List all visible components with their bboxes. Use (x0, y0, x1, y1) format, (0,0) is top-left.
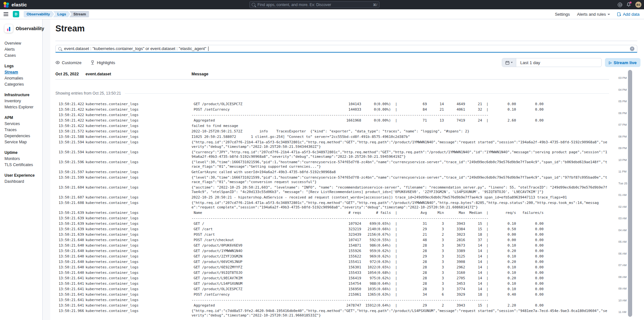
sidebar-item-services[interactable]: Services (4, 121, 38, 127)
log-row[interactable]: 13:50:21.641kubernetes.container_logs GE… (59, 282, 614, 286)
settings-link[interactable]: Settings (555, 12, 570, 17)
log-timestamp: 13:50:21.572 (59, 129, 86, 134)
log-row[interactable]: 13:50:21.639kubernetes.container_logs GE… (59, 222, 614, 226)
log-row[interactable]: 13:50:21.599kubernetes.container_logs{"l… (59, 175, 614, 184)
log-message: GET /product/2ZYFJ3GM2N 155622 969(0.62%… (192, 254, 608, 259)
log-row[interactable]: 13:50:21.641kubernetes.container_logs---… (59, 298, 614, 302)
breadcrumb-item-observability[interactable]: Observability (24, 11, 54, 17)
sidebar-item-dashboard[interactable]: Dashboard (4, 179, 38, 185)
sidebar-item-stream[interactable]: Stream (4, 69, 38, 75)
log-row[interactable]: 13:50:21.608kubernetes.container_logs{"h… (59, 201, 614, 210)
log-row[interactable]: 13:50:21.640kubernetes.container_logs GE… (59, 243, 614, 248)
sidebar-item-monitors[interactable]: Monitors (4, 156, 38, 162)
date-range-value[interactable]: Last 1 day (516, 60, 544, 65)
log-row[interactable]: 13:50:21.422kubernetes.container_logs---… (59, 113, 614, 117)
log-row[interactable]: 13:50:21.422kubernetes.container_logs GE… (59, 102, 614, 106)
log-row[interactable]: 13:50:21.641kubernetes.container_logs Ag… (59, 303, 614, 308)
global-search[interactable]: ⌘/ (249, 1, 379, 8)
log-row[interactable]: 13:50:21.607kubernetes.container_logs202… (59, 195, 614, 200)
log-dataset: kubernetes.container_logs (86, 309, 192, 313)
sidebar-item-tls-certificates[interactable]: TLS Certificates (4, 162, 38, 168)
sidebar-item-cases[interactable]: Cases (4, 53, 38, 59)
alerts-and-rules-menu[interactable]: Alerts and rules (577, 12, 610, 17)
log-timestamp: 13:50:21.594 (59, 140, 86, 145)
log-timestamp: 13:50:21.608 (59, 201, 86, 205)
log-row[interactable]: 13:50:21.641kubernetes.container_logs PO… (59, 292, 614, 297)
log-message: {"level":30,"time":1666731021599,"pid":1… (192, 175, 608, 184)
log-dataset: kubernetes.container_logs (86, 222, 192, 226)
sidebar-item-categories[interactable]: Categories (4, 81, 38, 88)
log-row[interactable]: 13:50:21.641kubernetes.container_logs GE… (59, 287, 614, 291)
log-row[interactable]: 13:50:21.639kubernetes.container_logs GE… (59, 227, 614, 232)
log-row[interactable]: 13:50:21.596kubernetes.container_logs{"l… (59, 160, 614, 169)
add-data-button[interactable]: Add data (617, 12, 640, 17)
settings-label: Settings (555, 12, 570, 17)
customize-button[interactable]: Customize (55, 60, 81, 65)
log-timestamp: 13:50:21.640 (59, 243, 86, 248)
log-row[interactable]: 13:50:21.641kubernetes.container_logs GE… (59, 276, 614, 281)
log-dataset: kubernetes.container_logs (86, 170, 192, 174)
clear-search-icon[interactable]: × (630, 46, 634, 51)
scrollbar[interactable] (628, 70, 632, 317)
log-row[interactable]: 13:50:21.639kubernetes.container_logs Na… (59, 211, 614, 215)
elastic-logo[interactable]: elastic (0, 2, 27, 8)
log-row[interactable]: 13:50:21.640kubernetes.container_logs GE… (59, 249, 614, 253)
logo-text: elastic (12, 2, 27, 7)
log-timestamp: 13:50:21.599 (59, 175, 86, 180)
sidebar-item-alerts[interactable]: Alerts (4, 46, 38, 53)
stream-live-button[interactable]: ▷ Stream live (605, 58, 640, 67)
log-row[interactable]: 13:50:21.640kubernetes.container_logs GE… (59, 254, 614, 259)
log-row[interactable]: 13:50:21.422kubernetes.container_logs Ag… (59, 118, 614, 123)
log-timestamp: 13:50:21.607 (59, 195, 86, 200)
log-timestamp: 13:50:21.639 (59, 216, 86, 221)
log-row[interactable]: 13:50:21.640kubernetes.container_logs PO… (59, 238, 614, 242)
log-row[interactable]: 13:50:21.422kubernetes.container_logs PO… (59, 107, 614, 112)
log-row[interactable]: 13:50:21.639kubernetes.container_logs---… (59, 216, 614, 221)
space-badge[interactable]: D (13, 11, 19, 17)
log-message: {"http.req.id":"207cd7f6-21b4-471a-a5f3-… (192, 201, 608, 210)
log-message: POST /cart 323439 2156(0.67%) | 21 2 302… (192, 232, 608, 237)
log-row[interactable]: 13:50:21.597kubernetes.container_logsGet… (59, 170, 614, 174)
global-search-input[interactable] (257, 3, 371, 7)
log-row[interactable]: 13:50:21.588kubernetes.container_logsI10… (59, 135, 614, 139)
log-dataset: kubernetes.container_logs (86, 195, 192, 200)
breadcrumb-item-logs[interactable]: Logs (53, 11, 70, 17)
log-row[interactable]: 13:50:21.604kubernetes.container_logs{"a… (59, 185, 614, 194)
sidebar-item-inventory[interactable]: Inventory (4, 98, 38, 104)
log-dataset: kubernetes.container_logs (86, 113, 192, 117)
log-message: ----------------------------------------… (192, 216, 608, 221)
log-row[interactable]: 13:50:21.640kubernetes.container_logs GE… (59, 265, 614, 270)
sidebar-item-anomalies[interactable]: Anomalies (4, 75, 38, 81)
log-timestamp: 13:50:21.597 (59, 170, 86, 174)
log-row[interactable]: 13:50:21.572kubernetes.container_logs202… (59, 129, 614, 134)
notifications-button[interactable] (626, 2, 631, 7)
text-caret (208, 46, 208, 51)
sidebar-item-service-map[interactable]: Service Map (4, 139, 38, 145)
log-dataset: kubernetes.container_logs (86, 243, 192, 248)
log-row[interactable]: 13:50:21.594kubernetes.container_logs{"h… (59, 140, 614, 149)
log-dataset: kubernetes.container_logs (86, 211, 192, 215)
global-header: elastic ⌘/ BS (0, 0, 644, 9)
page-title: Stream (55, 23, 85, 34)
log-timestamp: 13:50:21.639 (59, 232, 86, 237)
log-timestamp: 13:50:21.641 (59, 276, 86, 281)
avatar[interactable]: BS (635, 2, 641, 8)
menu-icon[interactable] (4, 12, 8, 16)
log-dataset: kubernetes.container_logs (86, 282, 192, 286)
sidebar-item-overview[interactable]: Overview (4, 40, 38, 46)
log-row[interactable]: 13:50:21.422kubernetes.container_logsfai… (59, 124, 614, 128)
chevron-down-icon (607, 14, 610, 15)
log-row[interactable]: 13:50:21.966kubernetes.container_logs{"h… (59, 309, 614, 318)
log-dataset: kubernetes.container_logs (86, 102, 192, 106)
log-row[interactable]: 13:50:21.640kubernetes.container_logs GE… (59, 271, 614, 275)
sidebar-item-dependencies[interactable]: Dependencies (4, 133, 38, 139)
log-row[interactable]: 13:50:21.640kubernetes.container_logs GE… (59, 260, 614, 264)
cloud-deployment-icon[interactable] (618, 3, 622, 7)
highlights-button[interactable]: Highlights (90, 60, 115, 65)
log-search-input[interactable]: event.dataset : "kubernetes.container_lo… (55, 45, 637, 53)
log-row[interactable]: 13:50:21.639kubernetes.container_logs PO… (59, 232, 614, 237)
log-row[interactable]: 13:50:21.594kubernetes.container_logs{"c… (59, 150, 614, 159)
sidebar-item-traces[interactable]: Traces (4, 127, 38, 133)
sidebar-item-metrics-explorer[interactable]: Metrics Explorer (4, 104, 38, 110)
calendar-button[interactable] (502, 58, 516, 67)
